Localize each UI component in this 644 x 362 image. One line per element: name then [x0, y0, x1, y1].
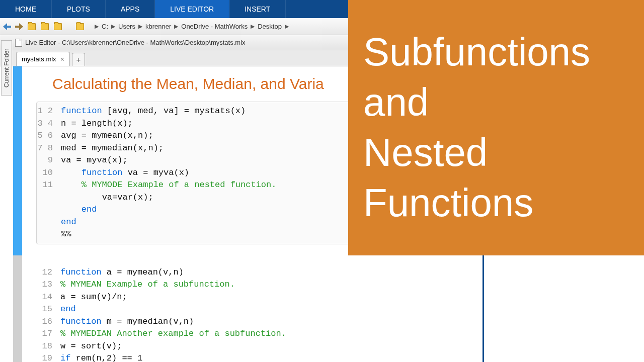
editor-title: Live Editor - C:\Users\kbrenner\OneDrive… [25, 39, 246, 46]
folder-up-icon[interactable] [39, 21, 50, 32]
chevron-right-icon: ▶ [251, 23, 255, 30]
tab-apps[interactable]: APPS [106, 0, 155, 18]
folder-parent-icon[interactable] [52, 21, 63, 32]
code-lines[interactable]: function [avg, med, va] = mystats(x) n =… [57, 102, 280, 244]
tab-plots[interactable]: PLOTS [52, 0, 106, 18]
section-indicator [13, 255, 22, 362]
code-block[interactable]: 12 13 14 15 16 17 18 19 function a = mym… [36, 263, 473, 363]
tab-live-editor[interactable]: LIVE EDITOR [155, 0, 229, 18]
forward-arrow-icon[interactable] [14, 22, 24, 32]
chevron-right-icon: ▶ [138, 23, 142, 30]
current-folder-panel-tab[interactable]: Current Folder [1, 40, 12, 96]
line-gutter: 1 2 3 4 5 6 7 8 9 10 11 [37, 102, 57, 244]
file-tab[interactable]: mystats.mlx × [16, 52, 70, 66]
close-icon[interactable]: × [60, 55, 64, 63]
overlay-line: Subfunctions [363, 27, 629, 77]
file-tab-label: mystats.mlx [22, 55, 56, 63]
title-overlay: Subfunctions and Nested Functions [348, 0, 644, 255]
breadcrumb-item[interactable]: OneDrive - MathWorks [181, 23, 248, 30]
breadcrumb: ▶ C: ▶ Users ▶ kbrenner ▶ OneDrive - Mat… [92, 23, 292, 30]
chevron-right-icon: ▶ [111, 23, 115, 30]
chevron-right-icon: ▶ [95, 23, 99, 30]
document-icon [15, 39, 22, 47]
folder-icon[interactable] [74, 21, 86, 32]
overlay-line: and [363, 77, 629, 128]
code-lines[interactable]: function a = mymean(v,n) % MYMEAN Exampl… [56, 263, 290, 363]
breadcrumb-item[interactable]: kbrenner [145, 23, 171, 30]
overlay-line: Nested [363, 128, 629, 178]
folder-open-icon[interactable] [26, 21, 37, 32]
breadcrumb-item[interactable]: Desktop [258, 23, 282, 30]
back-arrow-icon[interactable] [2, 22, 12, 32]
breadcrumb-item[interactable]: Users [118, 23, 135, 30]
chevron-right-icon: ▶ [174, 23, 178, 30]
tab-insert[interactable]: INSERT [229, 0, 286, 18]
breadcrumb-item[interactable]: C: [102, 23, 108, 30]
tab-home[interactable]: HOME [0, 0, 52, 18]
panel-divider[interactable] [482, 255, 484, 362]
new-tab-button[interactable]: + [72, 53, 85, 66]
chevron-right-icon: ▶ [285, 23, 289, 30]
line-gutter: 12 13 14 15 16 17 18 19 [36, 263, 56, 363]
overlay-line: Functions [363, 178, 629, 228]
